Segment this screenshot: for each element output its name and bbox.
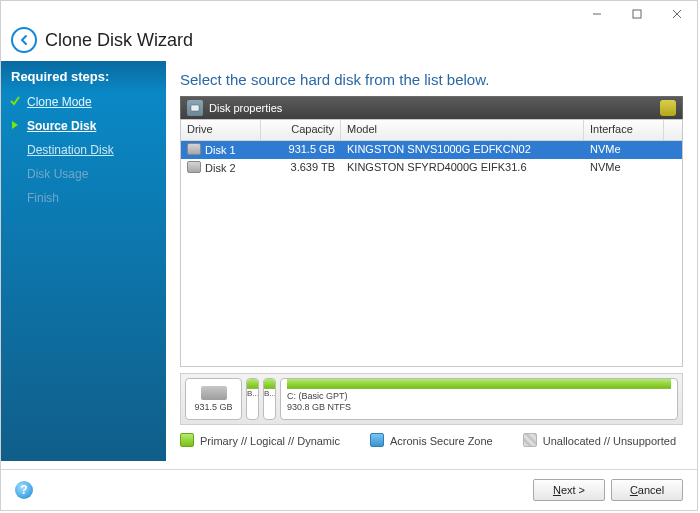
legend-swatch-primary	[180, 433, 194, 447]
step-label: Disk Usage	[27, 167, 88, 181]
step-finish: Finish	[1, 186, 166, 210]
window-title: Clone Disk Wizard	[45, 30, 193, 51]
wizard-window: Clone Disk Wizard Required steps: Clone …	[0, 0, 698, 511]
sidebar: Required steps: Clone Mode Source Disk D…	[1, 61, 166, 461]
legend-swatch-unalloc	[523, 433, 537, 447]
disk-icon	[187, 161, 201, 173]
columns-chooser-icon[interactable]	[660, 100, 676, 116]
step-label: Destination Disk	[27, 143, 114, 157]
cell-capacity: 3.639 TB	[261, 159, 341, 177]
step-label: Source Disk	[27, 119, 96, 133]
partition-seg[interactable]: B...	[263, 378, 276, 420]
back-icon	[11, 27, 37, 53]
svg-rect-1	[633, 10, 641, 18]
footer: ? Next > Cancel	[1, 470, 697, 510]
cell-capacity: 931.5 GB	[261, 141, 341, 159]
disk-table: Drive Capacity Model Interface Disk 1 93…	[180, 119, 683, 367]
sidebar-bottom	[1, 453, 166, 461]
partition-size: 930.8 GB NTFS	[287, 402, 671, 413]
partition-seg[interactable]: B...	[246, 378, 259, 420]
disk-properties-icon	[187, 100, 203, 116]
step-clone-mode[interactable]: Clone Mode	[1, 90, 166, 114]
legend-primary: Primary // Logical // Dynamic	[200, 435, 340, 447]
maximize-button[interactable]	[617, 1, 657, 27]
cancel-button[interactable]: Cancel	[611, 479, 683, 501]
disk-size: 931.5 GB	[194, 402, 232, 412]
main-panel: Select the source hard disk from the lis…	[166, 61, 697, 461]
next-button[interactable]: Next >	[533, 479, 605, 501]
table-body: Disk 1 931.5 GB KINGSTON SNVS1000G EDFKC…	[181, 141, 682, 366]
help-icon[interactable]: ?	[15, 481, 33, 499]
disk-summary[interactable]: 931.5 GB	[185, 378, 242, 420]
cell-drive: Disk 1	[181, 141, 261, 159]
col-interface[interactable]: Interface	[584, 120, 664, 140]
cell-interface: NVMe	[584, 141, 664, 159]
partition-seg-c[interactable]: C: (Basic GPT) 930.8 GB NTFS	[280, 378, 678, 420]
partition-label: C: (Basic GPT)	[287, 391, 671, 402]
disk-icon	[187, 143, 201, 155]
cell-drive: Disk 2	[181, 159, 261, 177]
disk-properties-label: Disk properties	[209, 102, 282, 114]
titlebar	[1, 1, 697, 27]
step-disk-usage: Disk Usage	[1, 162, 166, 186]
col-drive[interactable]: Drive	[181, 120, 261, 140]
col-model[interactable]: Model	[341, 120, 584, 140]
sidebar-header: Required steps:	[1, 61, 166, 90]
disk-properties-header: Disk properties	[180, 96, 683, 119]
instruction-text: Select the source hard disk from the lis…	[166, 61, 697, 96]
disk-icon	[201, 386, 227, 400]
legend-unalloc: Unallocated // Unsupported	[543, 435, 676, 447]
step-source-disk[interactable]: Source Disk	[1, 114, 166, 138]
step-label: Clone Mode	[27, 95, 92, 109]
col-capacity[interactable]: Capacity	[261, 120, 341, 140]
cell-model: KINGSTON SNVS1000G EDFKCN02	[341, 141, 584, 159]
legend: Primary // Logical // Dynamic Acronis Se…	[180, 431, 683, 449]
table-row[interactable]: Disk 2 3.639 TB KINGSTON SFYRD4000G EIFK…	[181, 159, 682, 177]
partition-map: 931.5 GB B... B... C: (Basic GPT) 930.8 …	[180, 373, 683, 425]
legend-swatch-secure	[370, 433, 384, 447]
minimize-button[interactable]	[577, 1, 617, 27]
cell-interface: NVMe	[584, 159, 664, 177]
close-button[interactable]	[657, 1, 697, 27]
cell-model: KINGSTON SFYRD4000G EIFK31.6	[341, 159, 584, 177]
col-scroll-spacer	[664, 120, 682, 140]
legend-secure: Acronis Secure Zone	[390, 435, 493, 447]
step-destination-disk[interactable]: Destination Disk	[1, 138, 166, 162]
table-row[interactable]: Disk 1 931.5 GB KINGSTON SNVS1000G EDFKC…	[181, 141, 682, 159]
title-row: Clone Disk Wizard	[1, 27, 697, 61]
svg-rect-4	[191, 105, 199, 111]
step-label: Finish	[27, 191, 59, 205]
table-header: Drive Capacity Model Interface	[181, 120, 682, 141]
